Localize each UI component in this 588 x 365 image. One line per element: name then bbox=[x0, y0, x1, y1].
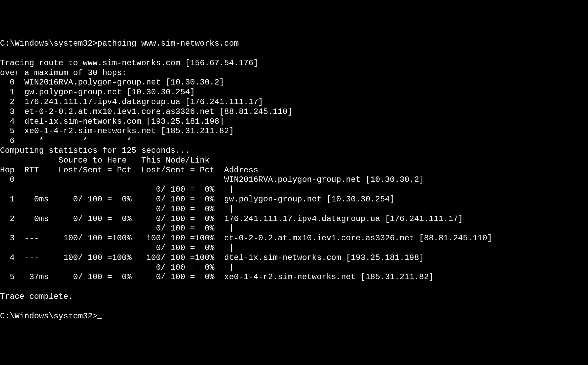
trace-hop-row: 6 * * * bbox=[0, 136, 132, 145]
stats-link-row: 0/ 100 = 0% | bbox=[0, 185, 234, 194]
stats-row: 3 --- 100/ 100 =100% 100/ 100 =100% et-0… bbox=[0, 234, 492, 243]
stats-link-row: 0/ 100 = 0% | bbox=[0, 204, 234, 214]
trace-hop-row: 4 dtel-ix.sim-networks.com [193.25.181.1… bbox=[0, 117, 224, 126]
stats-header-groups: Source to Here This Node/Link bbox=[0, 156, 209, 165]
prompt: C:\Windows\system32> bbox=[0, 312, 97, 321]
cursor-icon bbox=[97, 318, 102, 319]
stats-link-row: 0/ 100 = 0% | bbox=[0, 263, 234, 272]
stats-row: 0 WIN2016RVA.polygon-group.net [10.30.30… bbox=[0, 175, 424, 184]
trace-complete: Trace complete. bbox=[0, 292, 73, 301]
prompt: C:\Windows\system32> bbox=[0, 39, 97, 48]
stats-row: 5 37ms 0/ 100 = 0% 0/ 100 = 0% xe0-1-4-r… bbox=[0, 272, 434, 282]
stats-link-row: 0/ 100 = 0% | bbox=[0, 224, 234, 233]
command-input: pathping www.sim-networks.com bbox=[97, 39, 239, 48]
stats-link-row: 0/ 100 = 0% | bbox=[0, 243, 234, 252]
stats-row: 4 --- 100/ 100 =100% 100/ 100 =100% dtel… bbox=[0, 253, 424, 262]
computing-status: Computing statistics for 125 seconds... bbox=[0, 146, 190, 155]
stats-header-columns: Hop RTT Lost/Sent = Pct Lost/Sent = Pct … bbox=[0, 166, 258, 175]
trace-hop-row: 5 xe0-1-4-r2.sim-networks.net [185.31.21… bbox=[0, 126, 234, 136]
stats-row: 1 0ms 0/ 100 = 0% 0/ 100 = 0% gw.polygon… bbox=[0, 195, 395, 204]
trace-hop-row: 0 WIN2016RVA.polygon-group.net [10.30.30… bbox=[0, 78, 224, 87]
trace-hop-row: 1 gw.polygon-group.net [10.30.30.254] bbox=[0, 88, 195, 97]
trace-hop-row: 3 et-0-2-0.2.at.mx10.iev1.core.as3326.ne… bbox=[0, 107, 292, 116]
terminal-window[interactable]: C:\Windows\system32>pathping www.sim-net… bbox=[0, 39, 588, 321]
tracing-header-2: over a maximum of 30 hops: bbox=[0, 68, 127, 77]
stats-row: 2 0ms 0/ 100 = 0% 0/ 100 = 0% 176.241.11… bbox=[0, 214, 463, 223]
trace-hop-row: 2 176.241.111.17.ipv4.datagroup.ua [176.… bbox=[0, 97, 263, 106]
tracing-header-1: Tracing route to www.sim-networks.com [1… bbox=[0, 58, 258, 68]
